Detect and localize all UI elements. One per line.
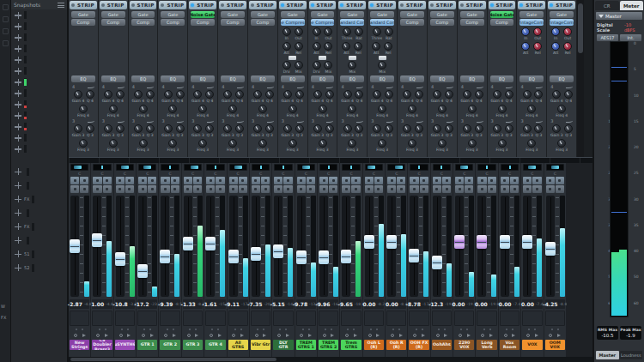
horizontal-scrollbar-thumb[interactable] — [70, 358, 276, 361]
fader-track[interactable] — [93, 196, 101, 297]
monitor-icon[interactable] — [535, 334, 538, 337]
overview-channel-item[interactable] — [11, 233, 67, 247]
eq-gain-knob[interactable] — [373, 124, 381, 133]
pan-control[interactable] — [499, 163, 520, 172]
monitor-icon[interactable] — [467, 334, 471, 337]
gate-button[interactable]: Gate — [370, 11, 394, 18]
eq-freq-knob[interactable] — [408, 139, 416, 148]
level-value[interactable]: -9.39 — [158, 301, 173, 307]
gate-button[interactable]: Gate — [519, 11, 544, 18]
out-knob[interactable] — [533, 27, 542, 36]
fader-handle[interactable] — [409, 249, 419, 262]
level-value[interactable]: 0.00 — [363, 301, 376, 307]
eq-q-knob[interactable] — [534, 90, 543, 99]
solo-button[interactable] — [351, 177, 360, 184]
record-arm-icon[interactable] — [323, 334, 326, 337]
comp-button[interactable]: Comp — [71, 19, 95, 26]
monitor-icon[interactable] — [150, 334, 154, 337]
edit-button[interactable] — [261, 185, 270, 193]
eq-freq-knob[interactable] — [289, 105, 297, 113]
channel-name[interactable]: DLY GTR — [273, 340, 293, 350]
fader-track[interactable] — [319, 196, 328, 297]
fader-track[interactable] — [70, 196, 79, 297]
eq-freq-knob[interactable] — [258, 105, 267, 113]
rel-knob[interactable] — [533, 42, 542, 51]
strip-rack-header[interactable]: STRIP — [219, 1, 246, 9]
eq-q-knob[interactable] — [325, 124, 334, 133]
eq-button[interactable]: EQ — [221, 75, 245, 82]
comp-button[interactable]: Comp — [161, 19, 185, 26]
eq-gain-knob[interactable] — [463, 124, 471, 133]
edit-button[interactable] — [216, 185, 224, 193]
level-value[interactable]: -9.96 — [315, 301, 330, 307]
pan-control[interactable] — [91, 163, 112, 172]
strip-rack-header[interactable]: STRIP — [518, 1, 545, 9]
fader-track[interactable] — [477, 196, 486, 297]
fader-handle[interactable] — [228, 250, 239, 263]
pan-control[interactable] — [114, 163, 136, 172]
sync-toggle-button[interactable] — [379, 56, 386, 60]
edit-button[interactable] — [193, 185, 202, 193]
eq-q-knob[interactable] — [116, 90, 125, 99]
eq-freq-knob[interactable] — [348, 139, 356, 148]
eq-button[interactable]: EQ — [281, 75, 305, 82]
fader-handle[interactable] — [160, 250, 170, 263]
gate-button[interactable]: Gate — [221, 11, 245, 18]
eq-gain-knob[interactable] — [193, 90, 202, 99]
pan-box[interactable] — [93, 164, 111, 171]
att-knob[interactable] — [283, 42, 291, 51]
strip-rack-header[interactable]: STRIP — [398, 1, 426, 9]
eq-freq-knob[interactable] — [319, 105, 327, 113]
eq-freq-knob[interactable] — [228, 105, 237, 113]
eq-q-knob[interactable] — [176, 90, 185, 99]
listen-button[interactable] — [161, 185, 169, 193]
level-value[interactable]: 0.00 — [386, 301, 398, 307]
monitor-icon[interactable] — [240, 334, 244, 337]
eq-freq-knob[interactable] — [498, 139, 507, 148]
eq-q-knob[interactable] — [415, 124, 423, 133]
strip-rack-header[interactable]: STRIP — [309, 1, 337, 9]
record-arm-icon[interactable] — [436, 334, 440, 337]
listen-button[interactable] — [477, 185, 486, 193]
mute-button[interactable] — [116, 177, 125, 184]
routing-slot[interactable] — [454, 311, 474, 326]
listen-button[interactable] — [342, 185, 350, 193]
toolbar-icon[interactable] — [3, 16, 9, 22]
solo-button[interactable] — [307, 177, 315, 184]
routing-slot[interactable] — [545, 311, 565, 326]
channel-name[interactable]: Ooh R (R) — [386, 340, 406, 350]
pan-box[interactable] — [274, 164, 292, 171]
fader-handle[interactable] — [477, 235, 487, 249]
solo-button[interactable] — [239, 177, 247, 184]
pan-box[interactable] — [365, 164, 383, 171]
level-value[interactable]: -5.15 — [270, 301, 284, 307]
routing-slot[interactable] — [70, 311, 89, 326]
fader-track[interactable] — [387, 196, 396, 297]
eq-q-knob[interactable] — [295, 90, 304, 99]
level-value[interactable]: -9.11 — [225, 301, 240, 307]
pan-control[interactable] — [453, 163, 475, 172]
int-button[interactable]: Int. — [620, 34, 641, 41]
level-value[interactable]: -12.3 — [428, 301, 443, 307]
listen-button[interactable] — [252, 185, 260, 193]
gate-button[interactable]: Gate — [251, 11, 275, 18]
comp-button[interactable]: Comp — [101, 19, 125, 26]
pan-box[interactable] — [252, 164, 270, 171]
hamburger-icon[interactable] — [58, 3, 64, 8]
edit-button[interactable] — [351, 185, 360, 193]
routing-slot[interactable] — [183, 311, 203, 326]
eq-gain-knob[interactable] — [164, 90, 173, 99]
eq-freq-knob[interactable] — [168, 105, 177, 113]
pan-control[interactable] — [182, 163, 204, 172]
edit-button[interactable] — [465, 185, 473, 193]
eq-gain-knob[interactable] — [552, 90, 561, 99]
edit-button[interactable] — [397, 185, 405, 193]
channel-name[interactable]: uSYNTH6 — [115, 340, 135, 350]
aes17-button[interactable]: AES17 — [597, 34, 618, 41]
listen-button[interactable] — [433, 185, 441, 193]
eq-q-knob[interactable] — [385, 90, 393, 99]
eq-gain-knob[interactable] — [104, 124, 112, 133]
eq-q-knob[interactable] — [295, 124, 304, 133]
eq-freq-knob[interactable] — [378, 105, 386, 113]
monitor-icon[interactable] — [399, 334, 403, 337]
